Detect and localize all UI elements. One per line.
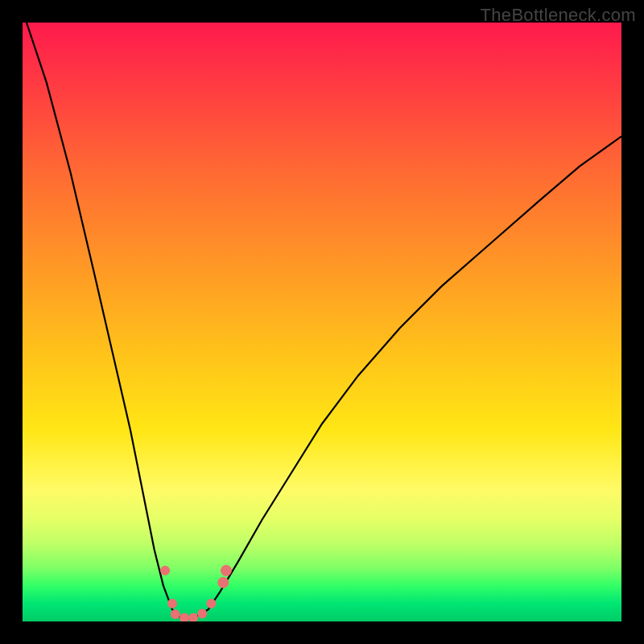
chart-plot-area [23, 23, 621, 621]
curve-marker [188, 613, 198, 621]
curve-marker [197, 609, 207, 618]
curve-marker [221, 565, 232, 576]
bottleneck-curve [23, 23, 621, 618]
curve-marker [206, 599, 216, 609]
curve-markers [160, 565, 232, 621]
curve-marker [217, 577, 229, 588]
curve-marker [167, 599, 177, 609]
watermark-text: TheBottleneck.com [481, 5, 636, 26]
chart-svg [23, 23, 621, 621]
curve-marker [171, 609, 180, 619]
curve-marker [160, 566, 170, 576]
curve-marker [180, 613, 189, 621]
